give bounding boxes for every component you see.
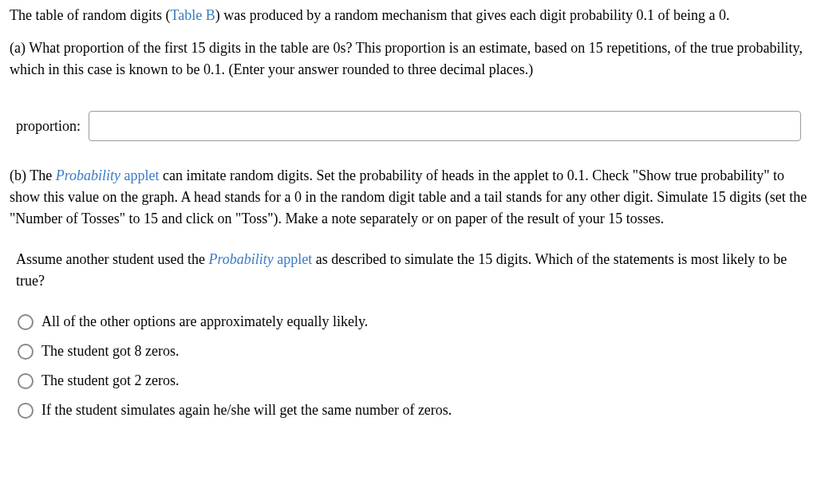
table-b-link[interactable]: Table B xyxy=(170,7,215,23)
part-b-text: (b) The Probability applet can imitate r… xyxy=(10,165,807,230)
part-b-prefix: (b) The xyxy=(10,167,56,183)
option-row: The student got 2 zeros. xyxy=(18,370,807,392)
option-row: The student got 8 zeros. xyxy=(18,341,807,362)
option-text-3: The student got 2 zeros. xyxy=(41,370,179,392)
sub-question-text: Assume another student used the Probabil… xyxy=(16,249,807,292)
probability-applet-link-2[interactable]: Probability applet xyxy=(208,251,312,267)
probability-rest-2: applet xyxy=(274,251,312,267)
option-text-4: If the student simulates again he/she wi… xyxy=(41,400,452,421)
option-row: All of the other options are approximate… xyxy=(18,311,807,333)
radio-option-2[interactable] xyxy=(18,344,34,360)
proportion-label: proportion: xyxy=(16,116,81,137)
radio-option-3[interactable] xyxy=(18,373,34,389)
option-text-1: All of the other options are approximate… xyxy=(41,311,368,333)
radio-option-1[interactable] xyxy=(18,314,34,330)
subq-prefix: Assume another student used the xyxy=(16,251,208,267)
intro-prefix: The table of random digits ( xyxy=(10,7,170,23)
part-a-text: (a) What proportion of the first 15 digi… xyxy=(10,37,807,81)
probability-rest-1: applet xyxy=(120,167,159,183)
option-row: If the student simulates again he/she wi… xyxy=(18,400,807,421)
options-group: All of the other options are approximate… xyxy=(18,311,807,421)
radio-option-4[interactable] xyxy=(18,403,34,419)
probability-italic-1: Probability xyxy=(56,167,120,183)
option-text-2: The student got 8 zeros. xyxy=(41,341,179,362)
proportion-input[interactable] xyxy=(89,111,801,141)
probability-applet-link-1[interactable]: Probability applet xyxy=(56,167,160,183)
intro-paragraph: The table of random digits (Table B) was… xyxy=(10,5,807,26)
probability-italic-2: Probability xyxy=(208,251,273,267)
intro-suffix: ) was produced by a random mechanism tha… xyxy=(215,7,730,23)
proportion-input-row: proportion: xyxy=(16,111,807,141)
